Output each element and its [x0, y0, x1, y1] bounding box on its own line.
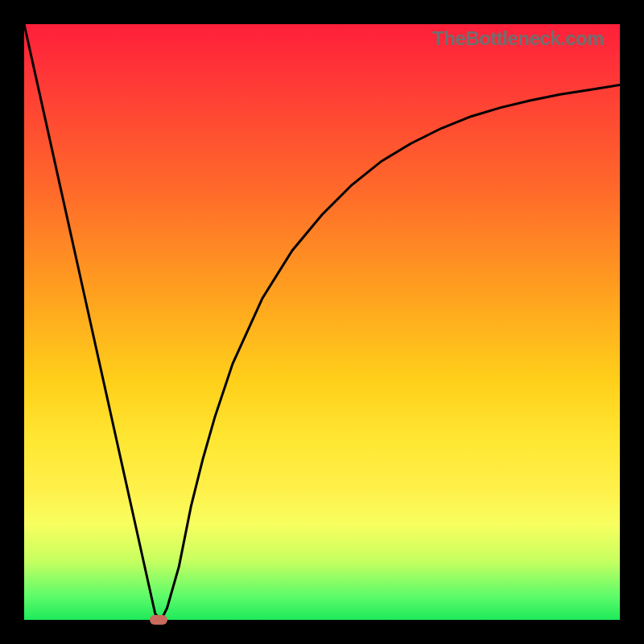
plot-area: TheBottleneck.com — [24, 24, 620, 620]
curve-path — [24, 24, 620, 620]
bottleneck-curve — [24, 24, 620, 620]
optimal-point-marker — [150, 615, 167, 625]
chart-frame: TheBottleneck.com — [0, 0, 644, 644]
